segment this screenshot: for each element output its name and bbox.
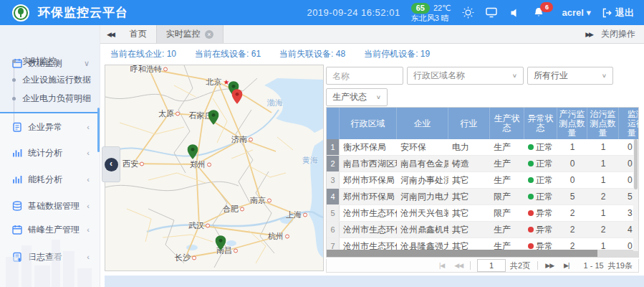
map-collapse-tab: ‹ [102,146,120,182]
city-dot-icon [234,248,238,253]
table-row[interactable]: 2 南昌市西湖区环保局 南昌有色金属有限公司 铸造 生产 正常 0 1 0 [327,156,639,172]
city-dot-icon [207,162,211,166]
map-marker-green[interactable] [208,110,219,128]
row-number: 1 [327,139,340,155]
cell-industry: 其它 [448,222,490,237]
stat-item: 当前在线企业: 10 [110,48,176,60]
table-row[interactable]: 4 郑州市环保局 河南同力电力设备 其它 限产 正常 5 2 5 [327,189,639,205]
cell-production-status: 生产 [490,139,524,155]
map-city-label: 呼和浩特 [130,65,168,75]
map-city-label: 长沙 [175,253,196,263]
alarm-count-badge[interactable]: 6 [540,2,553,12]
dropdown-arrow-icon: ∨ [602,72,607,79]
row-number: 6 [327,222,340,237]
main-content: ◀◀ 首页 实时监控 × ▶▶ 关闭操作 当前在线企业: 10当前在线设备: 6… [100,25,644,287]
column-header-6: 产污监测点数量 [557,108,587,139]
industry-select[interactable]: 所有行业∨ [527,67,613,85]
monitor-icon[interactable] [485,6,498,19]
user-menu[interactable]: acrel ▾ [562,7,591,18]
sidebar-item-3[interactable]: 能耗分析 ‹ [0,171,100,188]
sidebar-item-1[interactable]: 企业异常 ‹ [0,118,100,136]
cell-abnormal-status: 正常 [524,139,557,155]
stat-item: 当前停机设备: 19 [364,48,430,60]
column-header-2: 企业 [397,108,448,139]
bar-chart-icon [12,148,22,158]
vertical-scrollbar-thumb[interactable] [634,139,638,189]
cell-abnormal-status: 正常 [524,172,557,188]
region-select[interactable]: 行政区域名称∨ [407,67,524,85]
sidebar-subitem-2[interactable]: 企业设施运行数据 [0,71,100,88]
bell-icon[interactable]: 6 [532,6,545,19]
map-canvas[interactable]: 呼和浩特 北京 ★ 渤海 太原 石家庄 济南 黄海 西安 郑州 南京 合肥 上海… [105,65,323,270]
speaker-icon[interactable] [509,6,522,19]
map-marker-green[interactable] [188,144,198,162]
cell-production-status: 限产 [490,205,524,221]
map-marker-red[interactable] [232,89,243,107]
cell-treatment-points: 1 [587,139,619,155]
map-city-label: 黄海 [302,155,318,166]
record-range-label: 1 - 15 共19条 [583,260,638,271]
weather-widget: 65 22℃ 东北风3 晴 [411,3,451,23]
logo-icon [12,4,29,22]
first-page-button[interactable]: |◀ [434,262,449,269]
cell-company: 沧州鼎鑫机电设备 [397,222,448,237]
sidebar: 数据监测 ∨ 实时监控 企业设施运行数据 企业电力负荷明细 企业异常 ‹ 统计分… [0,25,100,287]
cell-industry: 电力 [448,139,490,155]
cell-region: 衡水环保局 [340,139,397,155]
cell-pollution-points: 2 [557,222,587,237]
sidebar-item-4[interactable]: 基础数据管理 ‹ [0,197,100,215]
map-marker-green[interactable] [216,235,226,253]
dropdown-arrow-icon: ∨ [512,72,517,79]
logout-button[interactable]: 退出 [602,6,634,19]
sidebar-scrollbar-thumb[interactable] [97,108,100,152]
map-city-label: 南京 [250,195,271,206]
tab-bar: ◀◀ 首页 实时监控 × ▶▶ 关闭操作 [100,25,644,44]
sidebar-item-2[interactable]: 统计分析 ‹ [0,144,100,161]
sidebar-subitem-3[interactable]: 企业电力负荷明细 [0,90,100,107]
vertical-scrollbar [633,139,638,251]
cell-treatment-points: 2 [587,222,619,237]
sidebar-item-6[interactable]: 日志查看 ‹ [0,248,100,265]
table-row[interactable]: 6 沧州市生态环保局 沧州鼎鑫机电设备 其它 生产 异常 2 2 4 [327,222,639,238]
tab-home[interactable]: 首页 [120,25,156,43]
city-dot-icon [249,137,253,141]
table-row[interactable]: 3 郑州市环保局 河南办事处演示 其它 生产 正常 0 1 0 [327,172,639,189]
next-page-button[interactable]: ▶▶ [540,262,559,269]
collapse-left-button[interactable]: ‹ [105,158,118,171]
column-header-index [327,108,340,139]
table-row[interactable]: 1 衡水环保局 安环保 电力 生产 正常 1 1 0 [327,139,639,156]
cell-region: 郑州市环保局 [340,189,397,204]
cell-region: 郑州市环保局 [340,172,397,188]
cell-pollution-points: 0 [557,156,587,171]
sidebar-subitem-1[interactable]: 实时监控 [0,52,100,70]
page-number-input[interactable] [477,259,506,272]
cell-treatment-points: 1 [587,156,619,171]
cell-abnormal-status: 异常 [524,222,557,237]
city-dot-icon [240,207,244,211]
last-page-button[interactable]: ▶| [559,262,574,269]
horizontal-scrollbar-thumb[interactable] [327,250,597,257]
weather-text: 东北风3 晴 [411,14,449,23]
name-search-input[interactable] [326,67,403,85]
production-status-select[interactable]: 生产状态∨ [326,88,388,106]
table-row[interactable]: 5 沧州市生态环保局 沧州天兴包装制品 其它 限产 异常 2 1 3 [327,205,639,222]
cell-industry: 其它 [448,189,490,204]
tabs-scroll-left-icon[interactable]: ◀◀ [100,25,120,43]
cell-pollution-points: 1 [557,139,587,155]
prev-page-button[interactable]: ◀◀ [449,262,468,269]
app-window: 环保监控云平台 2019-09-24 16:52:01 65 22℃ 东北风3 … [0,0,644,287]
map-city-label: 上海 [286,210,307,220]
map-city-label: 合肥 [223,204,244,215]
sidebar-divider [0,112,100,113]
app-title: 环保监控云平台 [38,4,128,21]
table-body: 1 衡水环保局 安环保 电力 生产 正常 1 1 0 2 南昌市西湖区环保局 南… [327,139,639,251]
tabs-scroll-right-icon[interactable]: ▶▶ [584,31,594,38]
close-tab-icon[interactable]: × [205,30,213,39]
city-dot-icon [163,67,168,71]
sidebar-item-5[interactable]: 错峰生产管理 ‹ [0,221,100,238]
close-operation-button[interactable]: 关闭操作 [601,28,635,40]
aqi-badge: 65 [411,3,430,14]
column-header-7: 治污监测点数量 [587,108,619,139]
column-header-8: 监测点 运行数量 [619,108,639,139]
tab-realtime-monitoring[interactable]: 实时监控 × [156,25,224,43]
